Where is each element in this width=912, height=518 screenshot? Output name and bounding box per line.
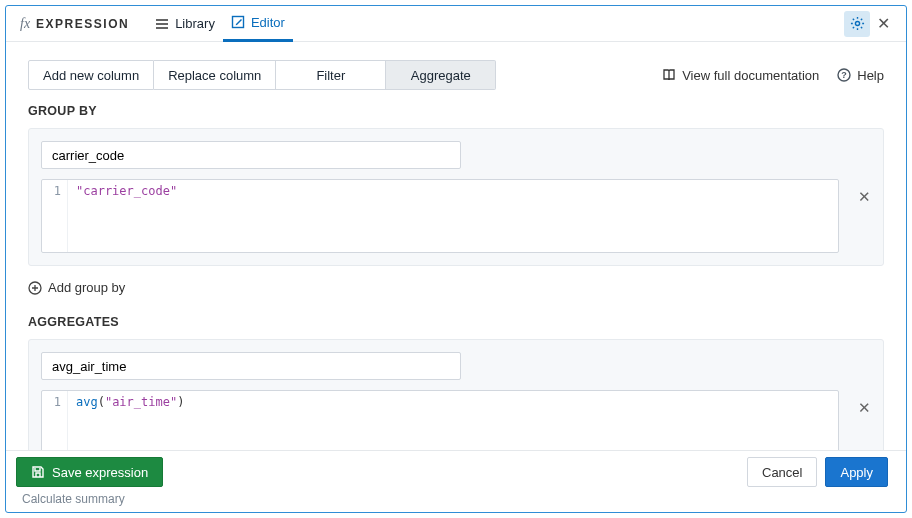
- remove-group-by-button[interactable]: ✕: [858, 188, 871, 206]
- aggregate-name-input[interactable]: [41, 352, 461, 380]
- group-by-code-editor[interactable]: 1 "carrier_code": [41, 179, 839, 253]
- group-by-card: 1 "carrier_code" ✕: [28, 128, 884, 266]
- window-title: EXPRESSION: [36, 17, 129, 31]
- view-documentation-link[interactable]: View full documentation: [662, 68, 819, 83]
- code-gutter: 1: [42, 391, 68, 450]
- svg-text:?: ?: [842, 70, 848, 80]
- expression-editor-window: fx EXPRESSION Library Editor ✕ Add new: [5, 5, 907, 513]
- view-documentation-label: View full documentation: [682, 68, 819, 83]
- cancel-button[interactable]: Cancel: [747, 457, 817, 487]
- doc-links: View full documentation ? Help: [662, 68, 884, 83]
- mode-replace-column[interactable]: Replace column: [154, 60, 276, 90]
- tab-editor[interactable]: Editor: [223, 6, 293, 42]
- aggregate-card: 1 avg("air_time") ✕: [28, 339, 884, 450]
- save-icon: [31, 465, 45, 479]
- mode-aggregate[interactable]: Aggregate: [386, 60, 496, 90]
- add-group-by-button[interactable]: Add group by: [28, 280, 884, 295]
- mode-segmented-control: Add new column Replace column Filter Agg…: [28, 60, 496, 90]
- tab-library-label: Library: [175, 16, 215, 31]
- close-icon: ✕: [877, 14, 890, 33]
- code-token-string: "carrier_code": [76, 184, 177, 198]
- close-icon: ✕: [858, 399, 871, 416]
- hamburger-icon: [155, 17, 169, 31]
- aggregates-heading: AGGREGATES: [28, 315, 884, 329]
- help-link[interactable]: ? Help: [837, 68, 884, 83]
- tab-editor-label: Editor: [251, 15, 285, 30]
- code-token-string: "air_time": [105, 395, 177, 409]
- help-label: Help: [857, 68, 884, 83]
- fx-icon: fx: [20, 16, 30, 32]
- add-group-by-label: Add group by: [48, 280, 125, 295]
- gear-icon: [850, 16, 865, 31]
- code-token-function: avg: [76, 395, 98, 409]
- mode-add-new-column[interactable]: Add new column: [28, 60, 154, 90]
- code-token-punct: ): [177, 395, 184, 409]
- edit-icon: [231, 15, 245, 29]
- mode-filter[interactable]: Filter: [276, 60, 386, 90]
- footer-hint: Calculate summary: [16, 492, 888, 506]
- action-toolbar: Add new column Replace column Filter Agg…: [6, 42, 906, 104]
- editor-body: GROUP BY 1 "carrier_code" ✕ Add group by…: [6, 104, 906, 450]
- save-expression-button[interactable]: Save expression: [16, 457, 163, 487]
- code-gutter: 1: [42, 180, 68, 252]
- code-line: "carrier_code": [68, 180, 185, 252]
- book-icon: [662, 68, 676, 82]
- close-panel-button[interactable]: ✕: [870, 11, 896, 37]
- topbar: fx EXPRESSION Library Editor ✕: [6, 6, 906, 42]
- group-by-heading: GROUP BY: [28, 104, 884, 118]
- settings-button[interactable]: [844, 11, 870, 37]
- code-line: avg("air_time"): [68, 391, 192, 450]
- code-token-punct: (: [98, 395, 105, 409]
- close-icon: ✕: [858, 188, 871, 205]
- aggregate-code-editor[interactable]: 1 avg("air_time"): [41, 390, 839, 450]
- footer: Save expression Cancel Apply Calculate s…: [6, 450, 906, 512]
- remove-aggregate-button[interactable]: ✕: [858, 399, 871, 417]
- apply-button[interactable]: Apply: [825, 457, 888, 487]
- plus-circle-icon: [28, 281, 42, 295]
- help-icon: ?: [837, 68, 851, 82]
- group-by-name-input[interactable]: [41, 141, 461, 169]
- tab-library[interactable]: Library: [147, 6, 223, 42]
- svg-point-1: [855, 21, 859, 25]
- save-expression-label: Save expression: [52, 465, 148, 480]
